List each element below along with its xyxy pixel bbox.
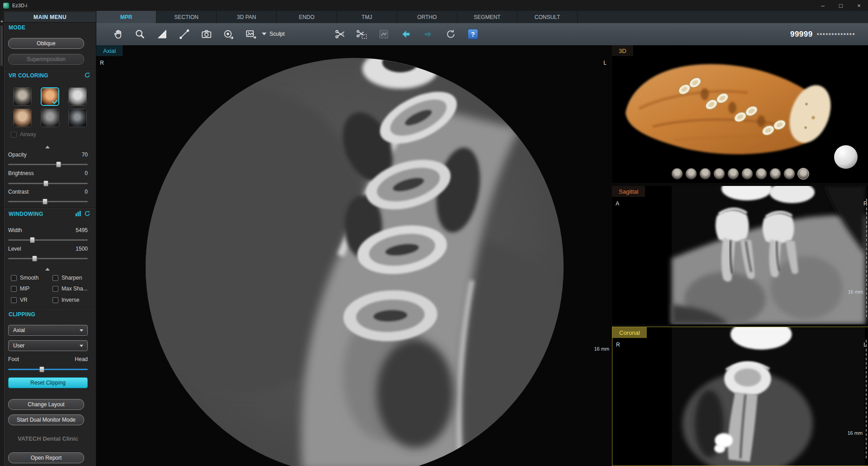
reset-clipping-button[interactable]: Reset Clipping	[8, 377, 88, 388]
contrast-slider-thumb[interactable]	[43, 199, 47, 204]
level-slider-thumb[interactable]	[32, 256, 37, 262]
axial-viewport[interactable]: Axial R L 16 mm	[96, 45, 611, 466]
scroll-up-icon[interactable]	[0, 20, 3, 22]
export-image-icon[interactable]	[245, 28, 257, 40]
oblique-button[interactable]: Oblique	[8, 38, 84, 49]
window-level-icon[interactable]	[156, 28, 168, 40]
brightness-slider[interactable]	[8, 181, 88, 186]
axial-ct-image[interactable]	[96, 45, 611, 466]
vr-preset-thumbnail[interactable]	[13, 87, 32, 106]
coronal-viewport[interactable]: Coronal R L 16 mm	[612, 327, 868, 466]
toolbar: Sculpt ? 99999 *********	[96, 23, 868, 46]
minimize-button[interactable]: –	[814, 0, 832, 11]
sculpt-dropdown[interactable]: Sculpt	[262, 31, 285, 37]
3d-preset-icon[interactable]	[783, 168, 795, 180]
refresh-icon[interactable]	[84, 210, 90, 217]
clipping-header: CLIPPING	[9, 311, 35, 318]
zoom-icon[interactable]	[134, 28, 146, 40]
collapse-arrow-icon[interactable]	[45, 146, 50, 148]
help-button[interactable]: ?	[468, 29, 478, 39]
mip-checkbox[interactable]	[11, 286, 17, 292]
vr-preset-thumbnail[interactable]	[68, 87, 87, 106]
contrast-slider[interactable]	[8, 199, 88, 204]
vr-preset-thumbnail[interactable]	[68, 109, 87, 127]
3d-preset-row	[671, 168, 809, 180]
tab-section[interactable]: SECTION	[157, 11, 217, 23]
export-cd-icon[interactable]	[223, 28, 235, 40]
3d-preset-icon[interactable]	[713, 168, 725, 180]
divider	[4, 208, 96, 209]
sharpen-checkbox[interactable]	[52, 275, 58, 281]
3d-preset-icon-selected[interactable]	[797, 168, 809, 180]
vr-preset-thumbnail[interactable]	[13, 109, 32, 127]
maxsha-checkbox[interactable]	[52, 286, 58, 292]
sidebar-scrollbar[interactable]	[0, 11, 5, 466]
app-title: Ez3D-i	[12, 3, 27, 8]
refresh-icon[interactable]	[84, 72, 90, 78]
3d-preset-icon[interactable]	[727, 168, 739, 180]
tab-endo[interactable]: ENDO	[277, 11, 337, 23]
histogram-icon[interactable]	[75, 210, 81, 217]
volume-3d-image[interactable]	[612, 45, 868, 183]
pan-hand-icon[interactable]	[113, 28, 125, 40]
width-value: 5495	[76, 227, 88, 233]
3d-preset-icon[interactable]	[741, 168, 753, 180]
width-slider[interactable]	[8, 237, 88, 243]
airway-checkbox[interactable]	[11, 132, 17, 138]
vr-preset-thumbnail[interactable]	[41, 109, 59, 127]
tab-tmj[interactable]: TMJ	[337, 11, 397, 23]
clipping-position-slider[interactable]	[8, 366, 88, 372]
3d-preset-icon[interactable]	[671, 168, 683, 180]
inverse-label: Inverse	[62, 297, 79, 303]
clipping-slider-thumb[interactable]	[39, 366, 44, 372]
clipping-mode-dropdown[interactable]: User	[8, 340, 88, 351]
3d-preset-icon[interactable]	[699, 168, 711, 180]
opacity-slider-thumb[interactable]	[56, 162, 61, 167]
3d-preset-icon[interactable]	[755, 168, 767, 180]
change-layout-button[interactable]: Change Layout	[8, 399, 84, 410]
undo-arrow-icon[interactable]	[400, 28, 412, 40]
sagittal-ct-image[interactable]	[612, 186, 868, 324]
superimposition-button[interactable]: Superimposition	[8, 54, 84, 65]
opacity-slider[interactable]	[8, 162, 88, 167]
volume-3d-viewport[interactable]: 3D	[612, 45, 868, 183]
measure-icon[interactable]	[178, 28, 190, 40]
sculpt-polygon-cut-icon[interactable]	[356, 28, 368, 40]
vr-preset-thumbnail-selected[interactable]	[41, 87, 59, 106]
sagittal-viewport[interactable]: Sagittal A P 16 mm	[612, 186, 868, 324]
airway-label: Airway	[20, 131, 36, 138]
sculpt-line-cut-icon[interactable]	[334, 28, 346, 40]
tab-mpr[interactable]: MPR	[96, 11, 157, 23]
tab-consult[interactable]: CONSULT	[517, 11, 578, 23]
inverse-checkbox[interactable]	[52, 297, 58, 303]
scrollbar-thumb[interactable]	[0, 25, 3, 66]
slice-scrollbar[interactable]	[864, 199, 867, 317]
maximize-button[interactable]: □	[832, 0, 850, 11]
maxsha-checkbox-row: Max Sha...	[52, 285, 87, 292]
close-button[interactable]: ×	[850, 0, 868, 11]
redo-arrow-icon[interactable]	[422, 28, 434, 40]
level-slider[interactable]	[8, 256, 88, 262]
open-report-button[interactable]: Open Report	[8, 452, 84, 463]
brightness-slider-thumb[interactable]	[43, 181, 48, 186]
vr-checkbox[interactable]	[11, 297, 17, 303]
smooth-checkbox[interactable]	[11, 275, 17, 281]
slice-scrollbar[interactable]	[863, 340, 867, 458]
sculpt-apply-icon[interactable]	[378, 28, 390, 40]
tab-ortho[interactable]: ORTHO	[397, 11, 457, 23]
tab-3dpan[interactable]: 3D PAN	[217, 11, 277, 23]
width-slider-thumb[interactable]	[30, 237, 35, 243]
dual-monitor-button[interactable]: Start Dual Monitor Mode	[8, 414, 84, 425]
clipping-plane-dropdown[interactable]: Axial	[8, 325, 88, 336]
tab-segment[interactable]: SEGMENT	[457, 11, 517, 23]
capture-icon[interactable]	[200, 28, 213, 40]
chevron-down-icon	[80, 329, 83, 332]
sagittal-view-label: Sagittal	[612, 186, 645, 197]
3d-preset-icon[interactable]	[769, 168, 781, 180]
coronal-view-label: Coronal	[612, 327, 647, 338]
coronal-ct-image[interactable]	[612, 327, 868, 466]
3d-preset-icon[interactable]	[685, 168, 697, 180]
collapse-arrow-icon[interactable]	[45, 268, 50, 271]
opacity-row: Opacity 70	[8, 152, 88, 158]
reset-sculpt-icon[interactable]	[445, 28, 457, 40]
